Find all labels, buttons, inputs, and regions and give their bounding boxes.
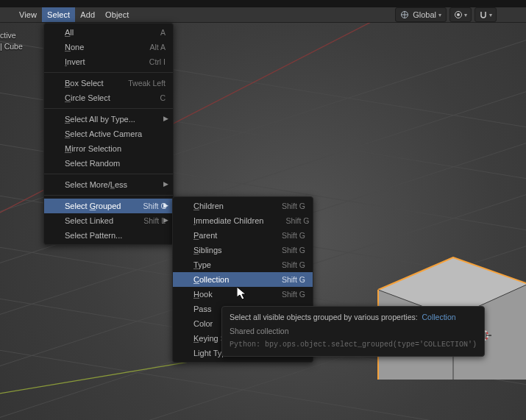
menu-select[interactable]: Select (42, 7, 75, 22)
menu-item-circle-select[interactable]: Circle Select C (44, 90, 173, 105)
snap-dropdown[interactable]: ▾ (475, 7, 497, 22)
menu-item-box-select[interactable]: Box Select Tweak Left (44, 76, 173, 90)
menu-item-parent[interactable]: Parent Shift G (173, 228, 313, 243)
menu-item-type[interactable]: Type Shift G (173, 257, 313, 272)
tooltip-description: Select all visible objects grouped by va… (230, 313, 418, 321)
tooltip-enum: Collection (422, 313, 455, 321)
submenu-arrow-icon: ▶ (163, 216, 168, 224)
viewport-header: View Select Add Object Global ▾ ▾ ▾ (0, 7, 526, 23)
tooltip-python: Python: bpy.ops.object.select_grouped(ty… (230, 339, 477, 351)
overlay-line-2: | Cube (0, 41, 23, 52)
orientation-icon (400, 10, 409, 19)
pivot-icon (454, 10, 463, 19)
chevron-down-icon: ▾ (464, 12, 467, 18)
menu-item-mirror-selection[interactable]: Mirror Selection (44, 141, 173, 156)
menu-item-immediate-children[interactable]: Immediate Children Shift G (173, 213, 313, 228)
viewport-overlay-text: ctive | Cube (0, 30, 23, 52)
menu-add[interactable]: Add (75, 7, 100, 22)
transform-orientation-dropdown[interactable]: Global ▾ (395, 7, 447, 22)
menu-item-invert[interactable]: Invert Ctrl I (44, 54, 173, 69)
menu-object[interactable]: Object (100, 7, 134, 22)
menu-separator (44, 108, 173, 109)
chevron-down-icon: ▾ (438, 12, 441, 18)
submenu-arrow-icon: ▶ (163, 115, 168, 122)
magnet-icon (479, 10, 488, 19)
menu-separator (44, 72, 173, 73)
menu-separator (44, 195, 173, 196)
menu-item-select-all-by-type[interactable]: Select All by Type... ▶ (44, 112, 173, 127)
overlay-line-1: ctive (0, 30, 23, 41)
menu-item-none[interactable]: None Alt A (44, 40, 173, 54)
menu-item-collection[interactable]: Collection Shift G (173, 272, 313, 287)
svg-point-28 (457, 13, 460, 16)
menu-item-select-more-less[interactable]: Select More/Less ▶ (44, 177, 173, 192)
transform-orientation-label: Global (413, 10, 436, 19)
menu-item-select-random[interactable]: Select Random (44, 156, 173, 171)
menu-item-children[interactable]: Children Shift G (173, 199, 313, 213)
pivot-point-dropdown[interactable]: ▾ (449, 7, 472, 22)
menu-view[interactable]: View (14, 7, 42, 22)
menu-item-select-pattern[interactable]: Select Pattern... (44, 228, 173, 243)
menu-separator (44, 174, 173, 174)
menu-item-select-grouped[interactable]: Select Grouped Shift G ▶ (44, 199, 173, 213)
menu-item-select-active-camera[interactable]: Select Active Camera (44, 127, 173, 141)
menu-item-all[interactable]: All A (44, 25, 173, 40)
menu-item-hook[interactable]: Hook Shift G (173, 287, 313, 302)
menu-item-select-linked[interactable]: Select Linked Shift L ▶ (44, 213, 173, 228)
workspace-tabs-strip (0, 0, 526, 7)
chevron-down-icon: ▾ (489, 12, 492, 18)
submenu-arrow-icon: ▶ (163, 180, 168, 188)
menu-item-siblings[interactable]: Siblings Shift G (173, 243, 313, 257)
tooltip-subtext: Shared collection (230, 325, 477, 337)
submenu-arrow-icon: ▶ (163, 202, 168, 209)
tooltip: Select all visible objects grouped by va… (221, 306, 485, 357)
select-menu: All A None Alt A Invert Ctrl I Box Selec… (43, 23, 174, 245)
